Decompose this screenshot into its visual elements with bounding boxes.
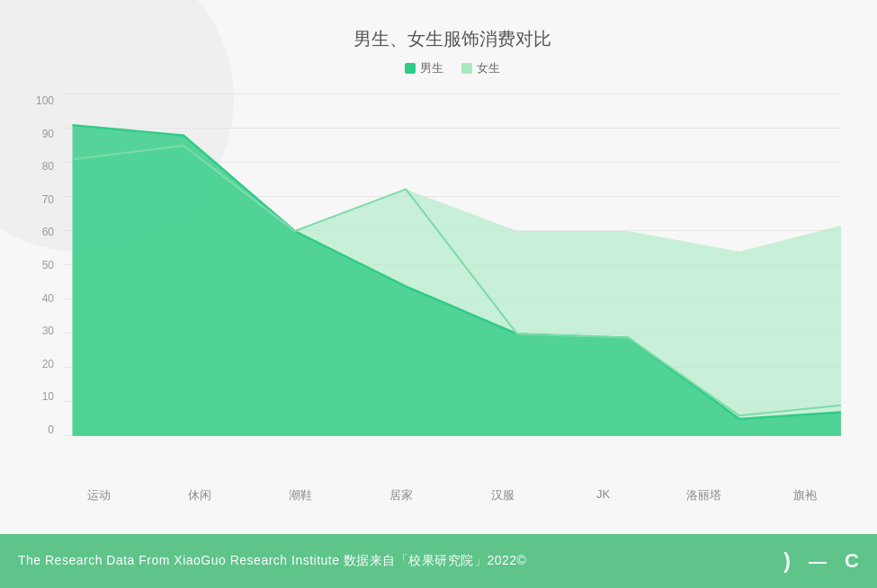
x-label-3: 居家 [374,487,428,503]
legend-female-label: 女生 [477,60,500,76]
x-label-2: 潮鞋 [273,487,327,503]
legend-female-dot [461,63,472,74]
footer: The Research Data From XiaoGuo Research … [0,534,877,588]
footer-icon-3: C [845,549,859,573]
y-label-70: 70 [22,193,54,206]
y-label-40: 40 [22,292,54,305]
chart-area: 0 10 20 30 40 50 60 70 80 90 100 [63,94,841,472]
y-label-10: 10 [22,390,54,403]
x-label-0: 运动 [72,487,126,503]
footer-icons: ) — C [783,548,859,574]
y-label-60: 60 [22,226,54,238]
legend-male-dot [405,63,416,74]
x-label-7: 旗袍 [778,487,832,503]
area-chart [63,94,841,436]
x-label-5: JK [577,487,631,503]
chart-title: 男生、女生服饰消费对比 [63,27,841,51]
footer-text: The Research Data From XiaoGuo Research … [18,553,783,569]
legend-female: 女生 [461,60,500,76]
footer-icon-1: ) [783,548,791,574]
legend-male: 男生 [405,60,443,76]
y-label-30: 30 [22,325,54,337]
x-label-6: 洛丽塔 [677,487,731,503]
chart-container: 男生、女生服饰消费对比 男生 女生 0 10 20 30 40 50 60 70… [0,0,877,534]
y-axis: 0 10 20 30 40 50 60 70 80 90 100 [22,94,54,436]
y-label-80: 80 [22,160,54,173]
x-label-4: 汉服 [476,487,530,503]
y-label-50: 50 [22,259,54,272]
y-label-90: 90 [22,128,54,140]
x-label-1: 休闲 [173,487,227,503]
y-label-100: 100 [22,94,54,107]
y-label-20: 20 [22,358,54,370]
footer-icon-2: — [809,551,827,572]
y-label-0: 0 [22,423,54,436]
legend-male-label: 男生 [420,60,443,76]
legend: 男生 女生 [63,60,841,76]
x-axis: 运动 休闲 潮鞋 居家 汉服 JK 洛丽塔 旗袍 [63,480,841,503]
